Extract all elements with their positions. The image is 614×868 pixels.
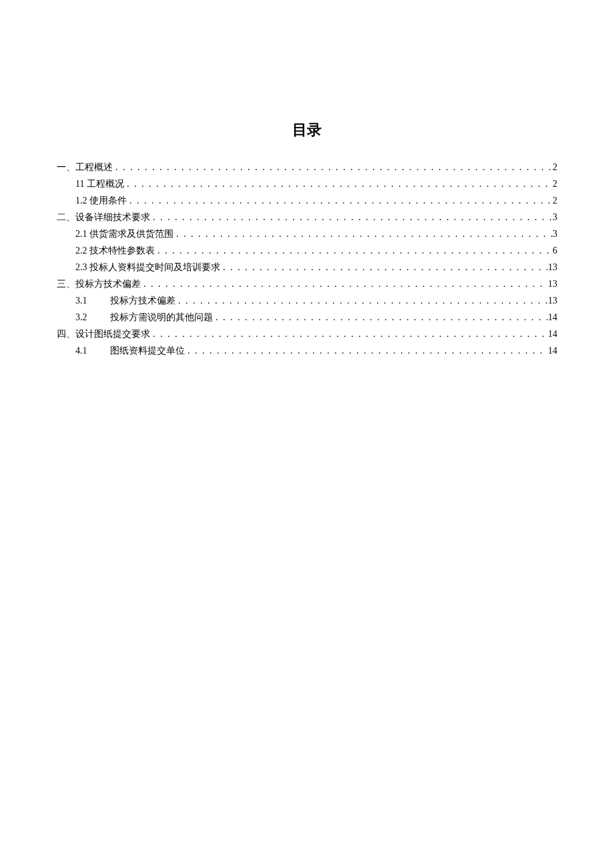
toc-label: 四、设计图纸提交要求	[57, 326, 150, 342]
toc-entry: 四、设计图纸提交要求 14	[57, 326, 557, 342]
toc-page: 14	[548, 326, 557, 342]
toc-entry: 11 工程概况 2	[57, 175, 557, 192]
toc-page: 2	[553, 175, 557, 192]
toc-page: 13	[548, 292, 557, 309]
toc-dots	[185, 342, 548, 359]
toc-dots	[213, 309, 548, 326]
toc-label: 11 工程概况	[75, 175, 124, 192]
toc-page: 2	[553, 192, 557, 209]
toc-page: 14	[548, 309, 557, 326]
toc-entry: 一、工程概述 2	[57, 159, 557, 175]
toc-entry: 3.1 投标方技术偏差 13	[57, 292, 557, 309]
toc-entry: 三、投标方技术偏差 13	[57, 276, 557, 292]
toc-page: 13	[548, 259, 557, 276]
toc-page: 6	[553, 242, 557, 259]
toc-label: 三、投标方技术偏差	[57, 276, 141, 292]
page-title: 目录	[57, 120, 557, 140]
toc-page: 13	[548, 276, 557, 292]
toc-dots	[176, 292, 548, 309]
toc-entry: 2.3 投标人资料提交时间及培训要求 13	[57, 259, 557, 276]
toc-entry: 4.1 图纸资料提交单位 14	[57, 342, 557, 359]
toc-dots	[155, 242, 553, 259]
toc-dots	[127, 192, 553, 209]
toc-page: 3	[553, 226, 557, 242]
toc-number: 4.1	[75, 342, 110, 359]
toc-label: 2.2 技术特性参数表	[75, 242, 155, 259]
toc-dots	[150, 326, 548, 342]
toc-page: 2	[553, 159, 557, 175]
toc-dots	[220, 259, 548, 276]
toc-dots	[150, 209, 553, 226]
toc-label: 1.2 使用条件	[75, 192, 127, 209]
toc-label: 投标方需说明的其他问题	[110, 309, 213, 326]
toc-entry: 3.2 投标方需说明的其他问题 14	[57, 309, 557, 326]
toc-label: 二、设备详细技术要求	[57, 209, 150, 226]
toc-entry: 2.1 供货需求及供货范围 3	[57, 226, 557, 242]
toc-dots	[113, 159, 553, 175]
toc-entry: 二、设备详细技术要求 3	[57, 209, 557, 226]
toc-entry: 1.2 使用条件 2	[57, 192, 557, 209]
toc-dots	[141, 276, 548, 292]
toc-dots	[124, 175, 553, 192]
toc-number: 3.2	[75, 309, 110, 326]
toc-label: 一、工程概述	[57, 159, 113, 175]
toc-container: 一、工程概述 2 11 工程概况 2 1.2 使用条件 2 二、设备详细技术要求…	[57, 159, 557, 359]
toc-page: 3	[553, 209, 557, 226]
toc-number: 3.1	[75, 292, 110, 309]
toc-label: 投标方技术偏差	[110, 292, 176, 309]
toc-label: 图纸资料提交单位	[110, 342, 185, 359]
toc-entry: 2.2 技术特性参数表 6	[57, 242, 557, 259]
toc-label: 2.3 投标人资料提交时间及培训要求	[75, 259, 220, 276]
toc-label: 2.1 供货需求及供货范围	[75, 226, 174, 242]
toc-dots	[174, 226, 553, 242]
toc-page: 14	[548, 342, 557, 359]
